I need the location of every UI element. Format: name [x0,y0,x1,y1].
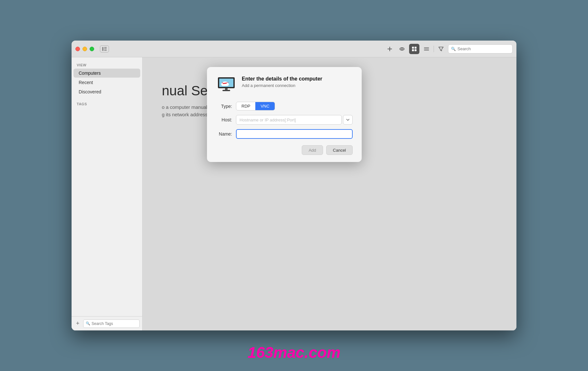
svg-point-6 [401,48,403,50]
tags-section-header: TAGS [72,100,142,107]
sidebar-content: VIEW Computers Recent Discovered TAGS [72,57,142,316]
modal-overlay: Enter the details of the computer Add a … [142,57,516,330]
vnc-button[interactable]: VNC [255,102,274,110]
host-input-wrapper [236,115,353,125]
dialog: Enter the details of the computer Add a … [207,67,362,162]
filter-button[interactable] [436,44,446,54]
content-area: nual Setup o a computer manually by g it… [142,57,516,330]
host-input[interactable] [236,115,342,125]
svg-rect-9 [415,47,416,49]
rdp-button[interactable]: RDP [236,102,255,110]
sidebar-toggle-button[interactable] [100,45,109,52]
search-icon: 🔍 [451,47,456,51]
search-tags-bar[interactable]: 🔍 [83,319,140,328]
search-tags-icon: 🔍 [86,321,90,326]
svg-rect-2 [104,48,107,49]
main-area: VIEW Computers Recent Discovered TAGS + … [72,57,516,330]
svg-rect-3 [104,50,107,51]
close-button[interactable] [75,47,80,51]
type-selector: RDP VNC [236,102,275,110]
svg-rect-0 [102,47,103,51]
svg-rect-11 [415,49,416,51]
watermark: 163mac.com [248,344,340,361]
sidebar-item-discovered[interactable]: Discovered [74,87,140,96]
host-row: Host: [216,115,353,125]
name-row: Name: [216,129,353,139]
view-section-header: VIEW [72,61,142,68]
minimize-button[interactable] [83,47,87,51]
traffic-lights [75,47,94,51]
maximize-button[interactable] [90,47,94,51]
svg-rect-1 [104,47,107,48]
list-view-button[interactable] [421,44,432,54]
search-bar[interactable]: 🔍 [448,44,513,53]
toolbar-separator [434,46,434,52]
sidebar-item-computers[interactable]: Computers [74,69,140,78]
dialog-form: Type: RDP VNC Host: [216,102,353,139]
sidebar: VIEW Computers Recent Discovered TAGS + … [72,57,142,330]
sidebar-footer: + 🔍 [72,316,142,330]
cancel-button[interactable]: Cancel [326,145,353,155]
sidebar-item-recent[interactable]: Recent [74,78,140,87]
svg-rect-25 [222,90,230,91]
dialog-body: Enter the details of the computer Add a … [207,67,362,145]
host-dropdown-button[interactable] [343,115,353,125]
add-tag-button[interactable]: + [74,320,81,327]
main-window: 🔍 VIEW Computers Recent Discovered TAGS [72,41,516,330]
type-label: Type: [216,104,232,109]
dialog-title-area: Enter the details of the computer Add a … [242,75,322,88]
type-row: Type: RDP VNC [216,102,353,110]
toolbar-right: 🔍 [385,44,513,54]
dialog-title: Enter the details of the computer [242,76,322,82]
computer-icon [216,75,237,95]
dialog-subtitle: Add a permanent connection [242,83,322,88]
svg-marker-15 [439,47,443,51]
dialog-footer: Add Cancel [207,145,362,162]
host-label: Host: [216,117,232,122]
grid-view-button[interactable] [409,44,419,54]
add-computer-button[interactable] [385,44,395,54]
search-input[interactable] [457,46,510,51]
titlebar: 🔍 [72,41,516,57]
svg-rect-8 [412,47,414,49]
add-button[interactable]: Add [302,145,323,155]
dialog-header: Enter the details of the computer Add a … [216,75,353,95]
preview-button[interactable] [397,44,407,54]
name-label: Name: [216,131,232,137]
svg-rect-10 [412,49,414,51]
name-input[interactable] [236,129,353,139]
search-tags-input[interactable] [92,321,137,326]
